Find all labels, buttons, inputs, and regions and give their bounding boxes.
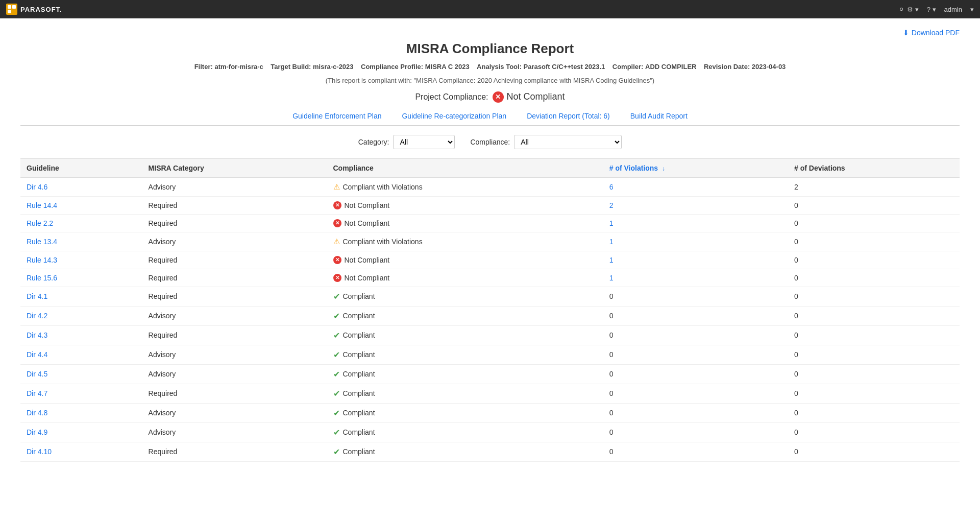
compliance-text: Compliant bbox=[343, 448, 375, 456]
compliance-text: Compliant bbox=[343, 312, 375, 320]
cell-guideline: Dir 4.8 bbox=[20, 403, 142, 422]
table-header-row: Guideline MISRA Category Compliance # of… bbox=[20, 158, 960, 177]
cell-deviations: 0 bbox=[788, 196, 960, 214]
col-guideline: Guideline bbox=[20, 158, 142, 177]
violations-link[interactable]: 6 bbox=[609, 183, 614, 191]
cell-violations: 0 bbox=[603, 403, 788, 422]
revision-date-label: Revision Date: bbox=[704, 63, 750, 70]
project-compliance: Project Compliance: ✕ Not Compliant bbox=[20, 91, 960, 103]
compliance-text: Compliant bbox=[343, 331, 375, 339]
cell-violations: 0 bbox=[603, 306, 788, 325]
admin-button[interactable]: admin bbox=[944, 6, 962, 13]
cell-deviations: 0 bbox=[788, 232, 960, 251]
table-row: Rule 2.2Required✕Not Compliant10 bbox=[20, 214, 960, 232]
cell-category: Required bbox=[142, 196, 327, 214]
guideline-link[interactable]: Dir 4.6 bbox=[27, 183, 47, 191]
report-meta: Filter: atm-for-misra-c Target Build: mi… bbox=[20, 62, 960, 73]
cell-deviations: 0 bbox=[788, 345, 960, 364]
compliance-profile-label: Compliance Profile: bbox=[361, 63, 423, 70]
guideline-link[interactable]: Rule 13.4 bbox=[27, 238, 57, 246]
cell-guideline: Rule 2.2 bbox=[20, 214, 142, 232]
compliance-text: Compliant bbox=[343, 350, 375, 359]
cell-deviations: 0 bbox=[788, 214, 960, 232]
cell-violations: 1 bbox=[603, 214, 788, 232]
topnav-right: ⚙ ▾ ? ▾ admin ▾ bbox=[897, 5, 974, 13]
category-select[interactable]: All Required Advisory Mandatory bbox=[393, 135, 455, 149]
tab-recategorization[interactable]: Guideline Re-categorization Plan bbox=[402, 112, 506, 120]
warning-icon: ⚠ bbox=[333, 237, 340, 246]
ok-icon: ✔ bbox=[333, 331, 340, 340]
cell-compliance: ✔Compliant bbox=[327, 422, 603, 442]
cell-guideline: Dir 4.1 bbox=[20, 287, 142, 306]
cell-category: Advisory bbox=[142, 306, 327, 325]
guideline-link[interactable]: Dir 4.10 bbox=[27, 448, 52, 456]
ok-icon: ✔ bbox=[333, 428, 340, 437]
ok-icon: ✔ bbox=[333, 292, 340, 301]
guideline-link[interactable]: Dir 4.8 bbox=[27, 409, 47, 417]
violations-link[interactable]: 1 bbox=[609, 256, 614, 264]
guideline-link[interactable]: Rule 2.2 bbox=[27, 219, 53, 227]
compliance-select[interactable]: All Compliant Not Compliant Compliant wi… bbox=[514, 135, 622, 149]
tab-enforcement[interactable]: Guideline Enforcement Plan bbox=[292, 112, 381, 120]
cell-compliance: ✔Compliant bbox=[327, 306, 603, 325]
cell-guideline: Dir 4.7 bbox=[20, 384, 142, 403]
download-pdf-link[interactable]: ⬇ Download PDF bbox=[903, 29, 960, 37]
compliance-text: Compliant bbox=[343, 292, 375, 300]
compliance-note: (This report is compliant with: "MISRA C… bbox=[20, 77, 960, 84]
col-violations[interactable]: # of Violations ↓ bbox=[603, 158, 788, 177]
guideline-link[interactable]: Dir 4.7 bbox=[27, 389, 47, 397]
settings-button[interactable]: ⚙ ▾ bbox=[897, 5, 919, 13]
guideline-link[interactable]: Dir 4.9 bbox=[27, 428, 47, 436]
guideline-link[interactable]: Dir 4.4 bbox=[27, 350, 47, 359]
guideline-link[interactable]: Rule 14.4 bbox=[27, 201, 57, 209]
cell-violations: 0 bbox=[603, 384, 788, 403]
download-icon: ⬇ bbox=[903, 29, 909, 37]
cell-category: Advisory bbox=[142, 177, 327, 196]
table-row: Dir 4.6Advisory⚠Compliant with Violation… bbox=[20, 177, 960, 196]
error-icon: ✕ bbox=[333, 219, 341, 227]
project-compliance-label: Project Compliance: bbox=[415, 92, 488, 102]
guideline-link[interactable]: Rule 15.6 bbox=[27, 274, 57, 282]
not-compliant-icon: ✕ bbox=[493, 91, 504, 103]
violations-link[interactable]: 1 bbox=[609, 238, 614, 246]
cell-deviations: 0 bbox=[788, 364, 960, 384]
logo-icon bbox=[6, 4, 17, 15]
tab-deviation[interactable]: Deviation Report (Total: 6) bbox=[527, 112, 610, 120]
violations-link[interactable]: 1 bbox=[609, 274, 614, 282]
guideline-link[interactable]: Dir 4.2 bbox=[27, 312, 47, 320]
download-pdf-row: ⬇ Download PDF bbox=[20, 29, 960, 37]
compliance-text: Compliant bbox=[343, 409, 375, 417]
violations-link[interactable]: 2 bbox=[609, 201, 614, 209]
table-row: Dir 4.2Advisory✔Compliant00 bbox=[20, 306, 960, 325]
revision-date-value: 2023-04-03 bbox=[752, 63, 786, 70]
cell-deviations: 0 bbox=[788, 251, 960, 269]
cell-compliance: ⚠Compliant with Violations bbox=[327, 232, 603, 251]
sort-arrow-violations: ↓ bbox=[662, 165, 665, 172]
help-button[interactable]: ? ▾ bbox=[927, 6, 936, 13]
analysis-tool-label: Analysis Tool: bbox=[477, 63, 522, 70]
cell-deviations: 0 bbox=[788, 269, 960, 287]
col-deviations: # of Deviations bbox=[788, 158, 960, 177]
guideline-link[interactable]: Dir 4.3 bbox=[27, 331, 47, 339]
guideline-link[interactable]: Rule 14.3 bbox=[27, 256, 57, 264]
cell-category: Advisory bbox=[142, 422, 327, 442]
admin-dropdown-icon[interactable]: ▾ bbox=[970, 6, 974, 13]
svg-rect-2 bbox=[8, 10, 11, 13]
violations-link[interactable]: 1 bbox=[609, 219, 614, 227]
guideline-link[interactable]: Dir 4.5 bbox=[27, 370, 47, 378]
table-row: Dir 4.9Advisory✔Compliant00 bbox=[20, 422, 960, 442]
page-title: MISRA Compliance Report bbox=[20, 41, 960, 57]
cell-compliance: ✔Compliant bbox=[327, 325, 603, 345]
target-build-value: misra-c-2023 bbox=[313, 63, 354, 70]
tab-audit[interactable]: Build Audit Report bbox=[630, 112, 688, 120]
cell-compliance: ✕Not Compliant bbox=[327, 214, 603, 232]
topnav: PARASOFT. ⚙ ▾ ? ▾ admin ▾ bbox=[0, 0, 980, 18]
cell-compliance: ✔Compliant bbox=[327, 384, 603, 403]
table-row: Dir 4.5Advisory✔Compliant00 bbox=[20, 364, 960, 384]
ok-icon: ✔ bbox=[333, 408, 340, 418]
compliance-text: Compliant bbox=[343, 389, 375, 397]
cell-violations: 6 bbox=[603, 177, 788, 196]
cell-guideline: Dir 4.5 bbox=[20, 364, 142, 384]
tabs-row: Guideline Enforcement Plan Guideline Re-… bbox=[20, 112, 960, 126]
guideline-link[interactable]: Dir 4.1 bbox=[27, 292, 47, 300]
